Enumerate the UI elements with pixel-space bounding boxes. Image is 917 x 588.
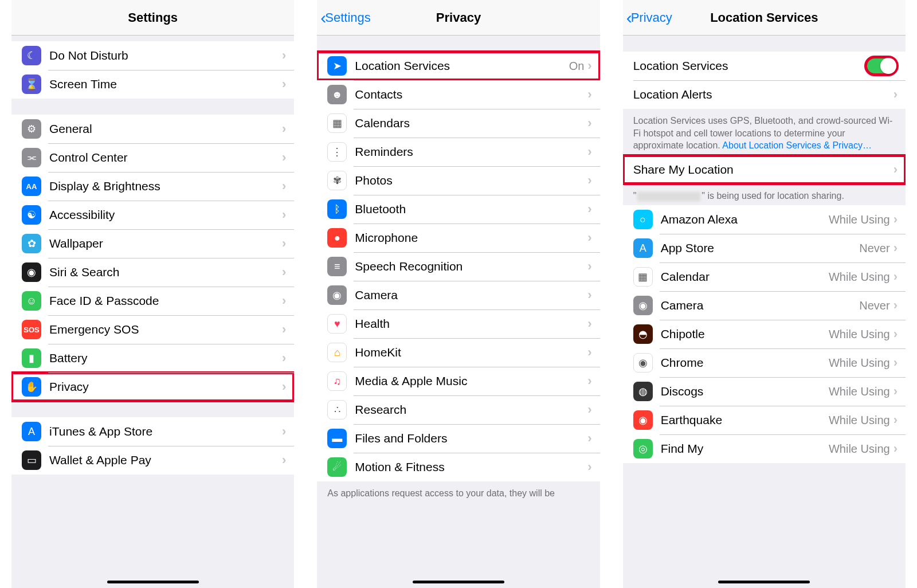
chrome-icon: ◉ [633,353,653,373]
row-location-services[interactable]: Location Services [623,52,906,80]
row-speech-recognition[interactable]: ≡Speech Recognition› [317,252,599,281]
row-camera[interactable]: ◉Camera› [317,281,599,309]
row-do-not-disturb[interactable]: ☾Do Not Disturb› [11,41,294,70]
discogs-icon: ◍ [633,382,653,401]
row-label: Calendar [661,270,829,284]
row-general[interactable]: ⚙General› [11,115,294,143]
row-health[interactable]: ♥Health› [317,309,599,338]
nav-title: Privacy [436,10,481,25]
back-button[interactable]: ‹ Privacy [626,0,672,35]
row-siri-search[interactable]: ◉Siri & Search› [11,258,294,287]
row-calendars[interactable]: ▦Calendars› [317,109,599,138]
calendar-icon: ▦ [327,113,347,133]
music-icon: ♫ [327,371,347,391]
row-detail: Never [859,299,889,312]
row-battery[interactable]: ▮Battery› [11,344,294,373]
chevron-right-icon: › [894,327,898,342]
chevron-right-icon: › [894,241,898,256]
chevron-right-icon: › [587,87,591,102]
row-detail: Never [859,242,889,255]
row-camera[interactable]: ◉CameraNever› [623,291,906,320]
chevron-right-icon: › [282,351,286,366]
settings-list[interactable]: ☾Do Not Disturb›⌛Screen Time›⚙General›⫘C… [11,36,294,588]
mic-icon: ● [327,228,347,248]
privacy-list[interactable]: ➤Location ServicesOn›☻Contacts›▦Calendar… [317,36,599,588]
navbar: Settings [11,0,294,36]
row-location-alerts[interactable]: Location Alerts› [623,80,906,109]
row-label: Location Services [633,59,865,73]
chevron-right-icon: › [282,293,286,308]
row-detail: While Using [829,271,890,284]
row-label: Control Center [49,151,282,164]
chevron-right-icon: › [587,259,591,274]
camera-icon: ◉ [633,296,653,315]
row-screen-time[interactable]: ⌛Screen Time› [11,70,294,99]
row-microphone[interactable]: ●Microphone› [317,224,599,252]
chevron-right-icon: › [894,87,898,102]
row-research[interactable]: ∴Research› [317,395,599,424]
row-chrome[interactable]: ◉ChromeWhile Using› [623,348,906,377]
contacts-icon: ☻ [327,85,347,104]
person-icon: ☯ [22,205,41,225]
row-label: Health [355,317,587,331]
row-motion-fitness[interactable]: ☄Motion & Fitness› [317,453,599,481]
row-reminders[interactable]: ⋮Reminders› [317,138,599,166]
row-label: Media & Apple Music [355,374,587,388]
row-chipotle[interactable]: ◓ChipotleWhile Using› [623,320,906,348]
row-label: Files and Folders [355,432,587,445]
row-contacts[interactable]: ☻Contacts› [317,80,599,109]
row-accessibility[interactable]: ☯Accessibility› [11,201,294,229]
calendar-icon: ▦ [633,267,653,287]
row-control-center[interactable]: ⫘Control Center› [11,143,294,172]
alexa-icon: ○ [633,210,653,229]
row-emergency-sos[interactable]: SOSEmergency SOS› [11,315,294,344]
row-privacy[interactable]: ✋Privacy› [11,373,294,401]
wallet-icon: ▭ [22,450,41,470]
chevron-right-icon: › [894,355,898,370]
row-label: Earthquake [661,413,829,427]
share-footer: "" is being used for location sharing. [623,184,906,206]
chevron-right-icon: › [894,162,898,177]
row-bluetooth[interactable]: ᛒBluetooth› [317,195,599,224]
row-homekit[interactable]: ⌂HomeKit› [317,338,599,367]
location-services-panel: ‹ Privacy Location Services Location Ser… [623,0,906,588]
row-itunes-app-store[interactable]: AiTunes & App Store› [11,417,294,446]
row-location-services[interactable]: ➤Location ServicesOn› [317,52,599,80]
row-earthquake[interactable]: ◉EarthquakeWhile Using› [623,406,906,434]
findmy-icon: ◎ [633,439,653,458]
row-share-my-location[interactable]: Share My Location› [623,155,906,184]
back-button[interactable]: ‹ Settings [320,0,371,35]
row-label: Siri & Search [49,265,282,279]
location-services-list[interactable]: Location ServicesLocation Alerts› Locati… [623,36,906,588]
row-amazon-alexa[interactable]: ○Amazon AlexaWhile Using› [623,205,906,234]
row-wallpaper[interactable]: ✿Wallpaper› [11,229,294,258]
row-calendar[interactable]: ▦CalendarWhile Using› [623,262,906,291]
chevron-right-icon: › [282,48,286,63]
row-app-store[interactable]: AApp StoreNever› [623,234,906,262]
row-face-id-passcode[interactable]: ☺Face ID & Passcode› [11,287,294,315]
chevron-right-icon: › [587,374,591,389]
row-discogs[interactable]: ◍DiscogsWhile Using› [623,377,906,406]
row-label: Discogs [661,385,829,398]
row-label: Photos [355,174,587,187]
row-media-apple-music[interactable]: ♫Media & Apple Music› [317,367,599,395]
row-label: Face ID & Passcode [49,294,282,308]
home-indicator[interactable] [718,581,810,583]
chevron-right-icon: › [587,202,591,217]
row-label: Display & Brightness [49,179,282,193]
toggle[interactable] [865,57,898,75]
home-indicator[interactable] [413,581,504,583]
redacted-name [637,192,700,201]
row-label: Calendars [355,116,587,130]
row-label: HomeKit [355,346,587,359]
row-detail: While Using [829,213,890,226]
row-display-brightness[interactable]: AADisplay & Brightness› [11,172,294,201]
row-wallet-apple-pay[interactable]: ▭Wallet & Apple Pay› [11,446,294,475]
row-photos[interactable]: ✾Photos› [317,166,599,195]
hourglass-icon: ⌛ [22,75,41,94]
home-indicator[interactable] [107,581,199,583]
about-link[interactable]: About Location Services & Privacy… [722,140,872,150]
row-label: Wallpaper [49,237,282,250]
row-files-and-folders[interactable]: ▬Files and Folders› [317,424,599,453]
row-find-my[interactable]: ◎Find MyWhile Using› [623,434,906,463]
